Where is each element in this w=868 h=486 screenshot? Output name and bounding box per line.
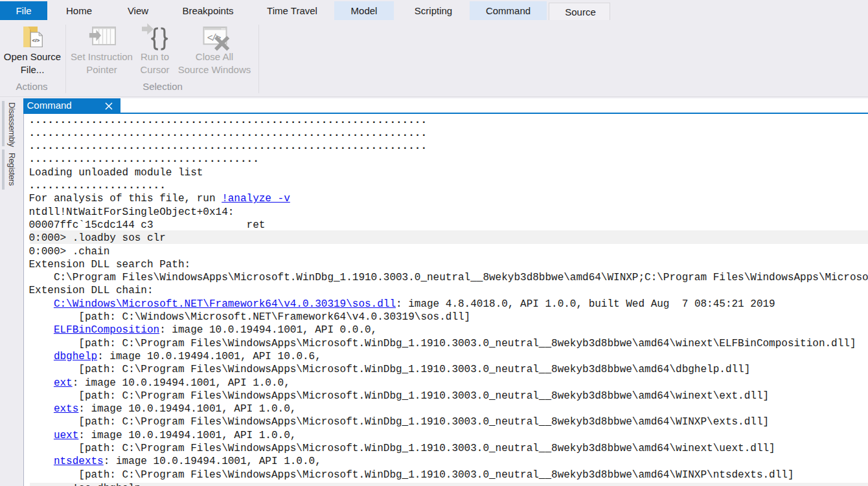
svg-text:</>: </> xyxy=(32,38,40,43)
